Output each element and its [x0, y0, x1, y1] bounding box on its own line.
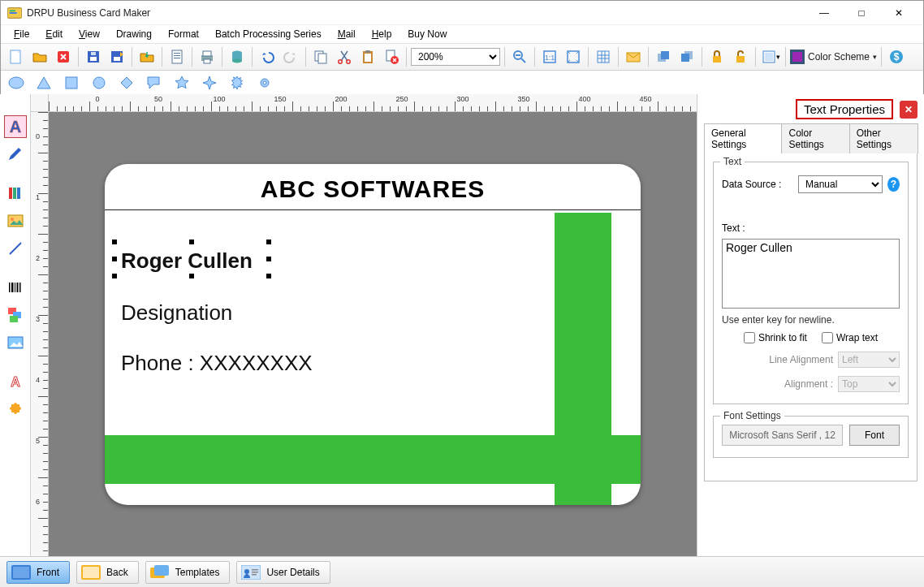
save-as-button[interactable]: [106, 46, 127, 67]
fit-button[interactable]: [563, 46, 584, 67]
properties-close-button[interactable]: ✕: [900, 101, 918, 119]
import-button[interactable]: [136, 46, 158, 67]
square-shape-button[interactable]: [61, 72, 82, 93]
maximize-button[interactable]: □: [844, 2, 879, 24]
browse-image-tool-button[interactable]: [4, 331, 27, 354]
tab-other-settings[interactable]: Other Settings: [849, 123, 918, 153]
menu-batch[interactable]: Batch Processing Series: [209, 27, 328, 41]
svg-point-63: [11, 218, 14, 221]
new-button[interactable]: [6, 46, 27, 67]
text-content-textarea[interactable]: [722, 239, 900, 309]
minimize-button[interactable]: —: [806, 2, 842, 24]
templates-label: Templates: [175, 567, 220, 578]
star5-shape-button[interactable]: [171, 72, 192, 93]
text-input-label: Text :: [722, 222, 793, 234]
svg-point-82: [244, 569, 249, 574]
send-back-button[interactable]: [676, 46, 697, 67]
pencil-tool-button[interactable]: [4, 143, 27, 166]
zoom-select[interactable]: 200%: [411, 48, 500, 66]
back-label: Back: [106, 567, 128, 578]
zoom-out-icon[interactable]: [509, 46, 530, 67]
menu-help[interactable]: Help: [365, 27, 399, 41]
card-divider-line[interactable]: [105, 209, 641, 210]
actual-size-button[interactable]: 1:1: [539, 46, 560, 67]
print-button[interactable]: [196, 46, 218, 67]
triangle-shape-button[interactable]: [33, 72, 54, 93]
paste-button[interactable]: [357, 46, 378, 67]
help-icon[interactable]: ?: [887, 177, 900, 192]
mail-button[interactable]: [623, 46, 644, 67]
menu-view[interactable]: View: [72, 27, 106, 41]
card-designation-text[interactable]: Designation: [121, 300, 232, 326]
plugin-tool-button[interactable]: [4, 398, 27, 421]
image-tool-button[interactable]: [4, 209, 27, 232]
library-tool-button[interactable]: [4, 182, 27, 205]
line-tool-button[interactable]: [4, 237, 27, 260]
callout-shape-button[interactable]: [144, 72, 165, 93]
ellipse-shape-button[interactable]: [6, 72, 27, 93]
menu-drawing[interactable]: Drawing: [110, 27, 158, 41]
menu-file[interactable]: File: [7, 27, 36, 41]
menu-mail[interactable]: Mail: [331, 27, 362, 41]
wordart-tool-button[interactable]: A: [4, 370, 27, 393]
shrink-to-fit-checkbox[interactable]: Shrink to fit: [744, 332, 807, 343]
text-tool-button[interactable]: A: [4, 115, 27, 138]
redo-button[interactable]: [280, 46, 301, 67]
burst-shape-button[interactable]: [227, 72, 248, 93]
close-button[interactable]: ✕: [881, 2, 917, 24]
buy-button[interactable]: $: [886, 46, 907, 67]
tab-color-settings[interactable]: Color Settings: [781, 123, 849, 153]
grid-button[interactable]: [593, 46, 614, 67]
close-file-button[interactable]: [53, 46, 74, 67]
business-card-canvas[interactable]: ABC SOFTWARES Roger Cullen Designation P…: [105, 164, 641, 505]
barcode-tool-button[interactable]: [4, 276, 27, 299]
copy-button[interactable]: [310, 46, 331, 67]
database-button[interactable]: [227, 46, 248, 67]
card-company-title[interactable]: ABC SOFTWARES: [105, 175, 641, 203]
titlebar: DRPU Business Card Maker — □ ✕: [1, 1, 923, 25]
templates-button[interactable]: Templates: [145, 561, 231, 584]
wrap-text-checkbox[interactable]: Wrap text: [822, 332, 878, 343]
unlock-button[interactable]: [730, 46, 751, 67]
menu-edit[interactable]: Edit: [39, 27, 69, 41]
svg-rect-44: [681, 54, 689, 62]
menubar: File Edit View Drawing Format Batch Proc…: [1, 25, 923, 43]
svg-rect-11: [174, 53, 180, 54]
font-button[interactable]: Font: [849, 425, 900, 446]
bring-front-button[interactable]: [653, 46, 674, 67]
menu-buy[interactable]: Buy Now: [401, 27, 453, 41]
canvas-background[interactable]: ABC SOFTWARES Roger Cullen Designation P…: [49, 112, 697, 556]
svg-text:1:1: 1:1: [545, 54, 555, 62]
svg-rect-85: [252, 574, 257, 576]
svg-point-23: [347, 60, 350, 63]
star4-shape-button[interactable]: [199, 72, 220, 93]
open-button[interactable]: [29, 46, 50, 67]
page-setup-button[interactable]: [166, 46, 188, 67]
layers-button[interactable]: ▾: [760, 46, 781, 67]
delete-button[interactable]: [381, 46, 402, 67]
card-green-horizontal[interactable]: [105, 435, 641, 484]
tab-general-settings[interactable]: General Settings: [704, 123, 782, 153]
svg-rect-9: [114, 57, 120, 61]
undo-button[interactable]: [257, 46, 278, 67]
back-card-button[interactable]: Back: [76, 561, 139, 584]
svg-rect-66: [11, 283, 14, 292]
data-source-select[interactable]: Manual: [798, 175, 883, 193]
lock-button[interactable]: [706, 46, 728, 67]
gear-shape-button[interactable]: [254, 72, 275, 93]
multi-image-tool-button[interactable]: [4, 304, 27, 326]
card-phone-text[interactable]: Phone : XXXXXXXX: [121, 351, 313, 376]
diamond-shape-button[interactable]: [116, 72, 137, 93]
svg-rect-25: [365, 54, 371, 62]
color-scheme-button[interactable]: Color Scheme▾: [790, 50, 877, 64]
save-button[interactable]: [83, 46, 104, 67]
circle-shape-button[interactable]: [89, 72, 110, 93]
front-card-button[interactable]: Front: [6, 561, 70, 584]
cut-button[interactable]: [334, 46, 355, 67]
user-details-button[interactable]: User Details: [236, 561, 330, 584]
svg-rect-67: [15, 283, 15, 292]
line-alignment-label: Line Alignment: [769, 354, 833, 365]
menu-format[interactable]: Format: [162, 27, 205, 41]
card-name-text[interactable]: Roger Cullen: [121, 248, 253, 274]
svg-rect-78: [83, 567, 99, 578]
